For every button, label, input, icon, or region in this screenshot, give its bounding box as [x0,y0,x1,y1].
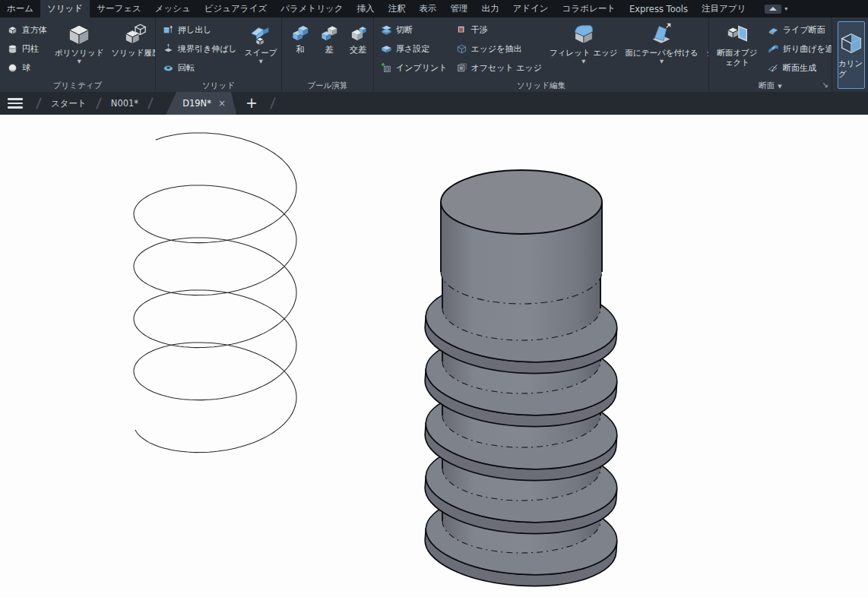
button-imprint[interactable]: インプリント [378,58,450,77]
ribbon-tab[interactable]: 出力 [475,0,506,17]
button-sweep[interactable]: スイープ▼ [242,21,280,65]
ribbon-tab[interactable]: Express Tools [622,0,695,17]
button-intersect[interactable]: 交差 [344,21,372,55]
ribbon-tab[interactable]: メッシュ [148,0,198,17]
panel-title-label: ブール演算 [308,81,348,90]
ribbon-tab[interactable]: 表示 [413,0,444,17]
ribbon-tab[interactable]: 管理 [444,0,475,17]
ribbon-tab-label: Express Tools [629,4,688,14]
button-label: 干渉 [471,24,488,36]
button-slice[interactable]: 切断 [378,21,450,39]
ribbon-panel-title: ブール演算 [282,79,373,92]
ribbon-panel-body: 和差交差 [282,17,373,79]
ribbon-panel-body: 断面オブジェクトライブ断面折り曲げを追加断面生成 [709,17,832,79]
app-menu-button[interactable] [0,98,31,108]
ribbon-tab-label: 管理 [451,3,468,14]
slice-icon [380,24,393,36]
ribbon-panel-title[interactable]: 断面▼↘ [709,79,832,92]
button-offset-edge[interactable]: オフセット エッジ [453,58,545,77]
button-shell[interactable]: シェル▼ [703,21,709,65]
file-tab-label: D19N* [182,98,211,109]
ribbon-tab-label: メッシュ [155,3,191,14]
ribbon-tab-label: ホーム [7,3,33,14]
chevron-down-icon: ▼ [78,59,81,65]
ribbon-tab-label: コラボレート [562,3,616,14]
button-subtract[interactable]: 差 [315,21,344,55]
box-icon [6,24,19,36]
ribbon-tab[interactable]: ソリッド [40,0,90,17]
tab-separator [36,97,42,109]
button-presspull[interactable]: 境界引き伸ばし [160,39,239,58]
fillet-edge-icon [571,21,597,47]
button-label: フィレット エッジ [550,48,617,58]
chevron-down-icon: ▾ [784,6,787,12]
ribbon-tab[interactable]: 注目アプリ [695,0,752,17]
button-revolve[interactable]: 回転 [160,58,239,77]
button-solid-history[interactable]: ソリッド履歴 [109,21,156,58]
button-row: 和差交差 [286,21,372,55]
button-union[interactable]: 和 [286,21,315,55]
button-label: オフセット エッジ [471,62,543,74]
button-column: 直方体円柱球 [4,21,49,77]
sweep-icon [248,21,274,47]
ribbon-panel: 直方体円柱球ポリソリッド▼ソリッド履歴プリミティブ [0,17,156,92]
ribbon-tab-label: サーフェス [97,3,141,14]
button-fillet-edge[interactable]: フィレット エッジ▼ [547,21,619,65]
ribbon-tab[interactable]: ホーム [0,0,40,17]
button-extract-edges[interactable]: エッジを抽出 [453,39,545,58]
panel-launcher-icon[interactable]: ↘ [822,79,828,91]
ribbon-tab-label: パラメトリック [280,3,343,14]
ribbon-tab[interactable]: ビジュアライズ [198,0,274,17]
button-label: 折り曲げを追加 [783,43,832,55]
ribbon-tab[interactable]: コラボレート [556,0,622,17]
panel-title-label: プリミティブ [53,81,102,90]
button-label: インプリント [396,62,448,74]
polysolid-icon [66,21,92,47]
file-tab[interactable]: N001* [106,98,143,109]
ribbon-tab-label: アドイン [513,3,549,14]
ribbon-panel: 和差交差ブール演算 [282,17,374,92]
button-polysolid[interactable]: ポリソリッド▼ [52,21,106,65]
button-label: 押し出し [178,24,212,36]
drawing-canvas[interactable] [0,115,868,597]
button-taper-face[interactable]: 面にテーパを付ける▼ [622,21,700,65]
file-tab-label: スタート [51,98,87,109]
button-culling[interactable]: カリング [838,21,865,89]
taper-face-icon [648,21,674,47]
button-live-section[interactable]: ライブ断面 [765,21,832,39]
button-box[interactable]: 直方体 [4,21,49,39]
threaded-screw-solid[interactable] [423,170,620,592]
button-section-object[interactable]: 断面オブジェクト [713,21,762,68]
close-icon[interactable]: × [218,98,226,109]
ribbon-tab[interactable]: アドイン [506,0,556,17]
file-tab-active[interactable]: D19N*× [166,92,236,115]
button-generate-section[interactable]: 断面生成 [765,58,832,77]
ribbon-tab[interactable]: サーフェス [90,0,148,17]
button-interfere[interactable]: 干渉 [453,21,545,39]
button-sphere[interactable]: 球 [4,58,49,77]
new-tab-button[interactable]: + [236,94,265,112]
button-label: 境界引き伸ばし [178,43,237,55]
file-tab[interactable]: スタート [46,98,91,109]
button-label: 差 [325,44,334,55]
button-cylinder[interactable]: 円柱 [4,39,49,58]
ribbon-tab[interactable]: 注釈 [382,0,413,17]
live-section-icon [767,24,780,36]
ribbon-collapse-button[interactable]: ▾ [765,0,787,17]
button-thicken[interactable]: 厚さ設定 [378,39,450,58]
button-column: 干渉エッジを抽出オフセット エッジ [453,21,545,77]
ribbon: 直方体円柱球ポリソリッド▼ソリッド履歴プリミティブ押し出し境界引き伸ばし回転スイ… [0,17,868,92]
cylinder-icon [6,43,19,55]
ribbon-tab[interactable]: 挿入 [350,0,382,17]
thicken-icon [380,43,393,55]
button-extrude[interactable]: 押し出し [160,21,239,39]
generate-section-icon [767,62,780,74]
culling-icon [838,30,864,56]
interfere-icon [455,24,468,36]
ribbon-panel-body: 押し出し境界引き伸ばし回転スイープ▼ [156,17,281,79]
ribbon-tab[interactable]: パラメトリック [274,0,350,17]
helix-curve[interactable] [134,133,296,453]
ribbon-tab-bar: ホームソリッドサーフェスメッシュビジュアライズパラメトリック挿入注釈表示管理出力… [0,0,868,17]
button-label: 直方体 [22,24,47,36]
button-add-jog[interactable]: 折り曲げを追加 [765,39,832,58]
